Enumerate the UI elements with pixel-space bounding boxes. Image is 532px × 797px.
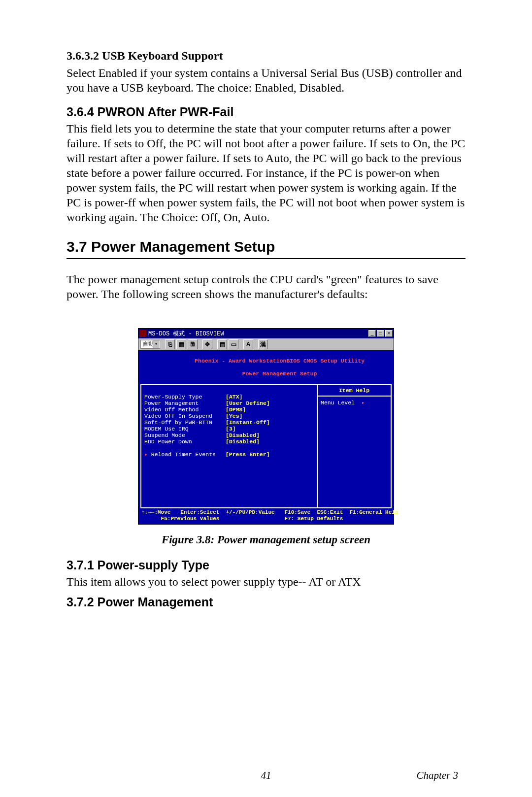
toolbar-btn-5[interactable]: ▤ bbox=[217, 339, 227, 349]
opt-value[interactable]: [DPMS] bbox=[226, 406, 246, 413]
bios-window: MS-DOS 模式 - BIOSVIEW _ □ × 自動 ⎘ ▦ 🖺 ✥ ▤ … bbox=[138, 328, 394, 525]
toolbar-btn-2[interactable]: ▦ bbox=[176, 339, 186, 349]
heading-pwron: 3.6.4 PWRON After PWR-Fail bbox=[66, 105, 466, 119]
opt-label: Suspend Mode bbox=[144, 432, 226, 438]
opt-value[interactable]: [Disabled] bbox=[226, 438, 260, 445]
chapter-label: Chapter 3 bbox=[416, 769, 458, 782]
opt-label: Video Off Method bbox=[144, 406, 226, 413]
opt-label-reload: Reload Timer Events bbox=[151, 451, 226, 458]
opt-label: HDD Power Down bbox=[144, 438, 226, 445]
toolbar-btn-font[interactable]: A bbox=[243, 339, 253, 349]
body-power-supply-type: This item allows you to select power sup… bbox=[66, 574, 466, 589]
bios-help-pane: Item Help Menu Level ▸ bbox=[317, 385, 391, 507]
page-number: 41 bbox=[261, 769, 271, 782]
body-pwron: This field lets you to determine the sta… bbox=[66, 121, 466, 225]
opt-value[interactable]: [3] bbox=[226, 426, 236, 432]
opt-label: Power Management bbox=[144, 400, 226, 406]
opt-value[interactable]: [Instant-Off] bbox=[226, 419, 270, 426]
minimize-icon[interactable]: _ bbox=[368, 330, 376, 337]
opt-label: Soft-Off by PWR-BTTN bbox=[144, 419, 226, 426]
submenu-arrow-icon: ▸ bbox=[144, 451, 151, 458]
opt-value[interactable]: [User Define] bbox=[226, 400, 270, 406]
opt-value[interactable]: [Yes] bbox=[226, 413, 243, 419]
bios-footer-line2: F5:Previous Values F7: Setup Defaults bbox=[141, 516, 343, 522]
bios-footer-line1: ↑↓→←:Move Enter:Select +/-/PU/PD:Value F… bbox=[141, 509, 399, 515]
menu-level-arrow-icon: ▸ bbox=[362, 399, 365, 406]
bios-titlebar: MS-DOS 模式 - BIOSVIEW _ □ × bbox=[138, 329, 394, 338]
menu-level-label: Menu Level bbox=[321, 399, 355, 406]
bios-screen: Phoenix - Award WorkstationBIOS CMOS Set… bbox=[138, 350, 394, 524]
opt-label: Video Off In Suspend bbox=[144, 413, 226, 419]
toolbar-btn-1[interactable]: ⎘ bbox=[165, 339, 175, 349]
window-title: MS-DOS 模式 - BIOSVIEW bbox=[148, 330, 224, 338]
bios-toolbar: 自動 ⎘ ▦ 🖺 ✥ ▤ ▭ A 漢 bbox=[138, 338, 394, 350]
heading-usb-keyboard: 3.6.3.2 USB Keyboard Support bbox=[66, 49, 466, 63]
toolbar-btn-ime[interactable]: 漢 bbox=[258, 339, 268, 349]
msdos-icon bbox=[139, 330, 146, 337]
document-page: 3.6.3.2 USB Keyboard Support Select Enab… bbox=[0, 0, 532, 641]
body-power-mgmt-setup: The power management setup controls the … bbox=[66, 272, 466, 301]
opt-label: Power-Supply Type bbox=[144, 394, 226, 400]
bios-footer: ↑↓→←:Move Enter:Select +/-/PU/PD:Value F… bbox=[140, 508, 392, 522]
toolbar-combo[interactable]: 自動 bbox=[140, 340, 160, 349]
bios-head-1: Phoenix - Award WorkstationBIOS CMOS Set… bbox=[195, 358, 365, 364]
body-usb-keyboard: Select Enabled if your system contains a… bbox=[66, 66, 466, 95]
bios-main-box: Power-Supply Type[ATX] Power Management[… bbox=[140, 384, 392, 508]
toolbar-btn-4[interactable]: ✥ bbox=[202, 339, 212, 349]
opt-value-reload[interactable]: [Press Enter] bbox=[226, 451, 270, 458]
bios-head-2: Power Management Setup bbox=[242, 370, 317, 377]
heading-power-mgmt-setup: 3.7 Power Management Setup bbox=[66, 238, 466, 259]
toolbar-btn-6[interactable]: ▭ bbox=[229, 339, 238, 349]
close-icon[interactable]: × bbox=[385, 330, 393, 337]
opt-value[interactable]: [ATX] bbox=[226, 394, 243, 400]
toolbar-btn-3[interactable]: 🖺 bbox=[188, 339, 198, 349]
item-help-heading: Item Help bbox=[318, 385, 391, 397]
maximize-icon[interactable]: □ bbox=[377, 330, 384, 337]
heading-power-management: 3.7.2 Power Management bbox=[66, 595, 466, 609]
opt-label: MODEM Use IRQ bbox=[144, 426, 226, 432]
figure-caption: Figure 3.8: Power management setup scree… bbox=[66, 533, 466, 546]
opt-value[interactable]: [Disabled] bbox=[226, 432, 260, 438]
bios-options-pane: Power-Supply Type[ATX] Power Management[… bbox=[141, 385, 317, 507]
heading-power-supply-type: 3.7.1 Power-supply Type bbox=[66, 558, 466, 572]
